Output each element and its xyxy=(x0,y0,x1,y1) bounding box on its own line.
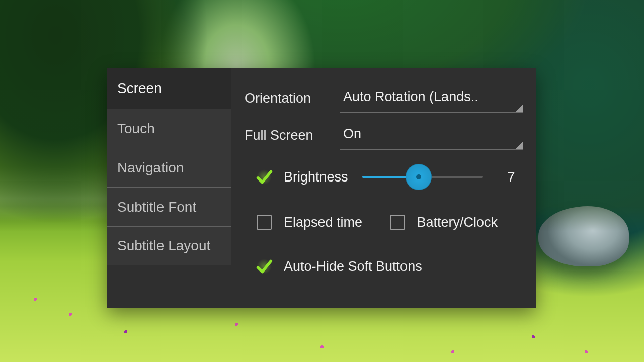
sidebar-item-label: Screen xyxy=(117,80,162,97)
elapsed-checkbox[interactable] xyxy=(257,215,272,230)
sidebar-item-label: Navigation xyxy=(117,160,184,176)
battery-label: Battery/Clock xyxy=(417,215,498,230)
autohide-row: Auto-Hide Soft Buttons xyxy=(245,244,523,289)
elapsed-battery-row: Elapsed time Battery/Clock xyxy=(245,200,523,244)
sidebar-item-screen[interactable]: Screen xyxy=(107,68,231,109)
elapsed-label: Elapsed time xyxy=(284,215,362,230)
autohide-label: Auto-Hide Soft Buttons xyxy=(284,259,422,275)
brightness-row: Brightness 7 xyxy=(245,154,523,200)
orientation-label: Orientation xyxy=(245,90,340,106)
fullscreen-value: On xyxy=(343,126,361,142)
fullscreen-label: Full Screen xyxy=(245,128,340,143)
sidebar-item-label: Subtitle Layout xyxy=(117,238,210,254)
sidebar-item-label: Touch xyxy=(117,121,155,137)
check-icon xyxy=(255,257,274,276)
fullscreen-dropdown[interactable]: On xyxy=(340,121,523,150)
brightness-value: 7 xyxy=(491,169,515,185)
orientation-value: Auto Rotation (Lands.. xyxy=(343,89,478,105)
brightness-label: Brightness xyxy=(284,169,348,185)
autohide-checkbox[interactable] xyxy=(257,259,272,274)
battery-checkbox[interactable] xyxy=(390,215,405,230)
orientation-dropdown[interactable]: Auto Rotation (Lands.. xyxy=(340,83,523,113)
sidebar-item-touch[interactable]: Touch xyxy=(107,109,231,148)
sidebar-item-navigation[interactable]: Navigation xyxy=(107,148,231,187)
settings-panel: Screen Touch Navigation Subtitle Font Su… xyxy=(107,68,536,308)
brightness-checkbox[interactable] xyxy=(257,169,272,185)
sidebar-item-subtitle-layout[interactable]: Subtitle Layout xyxy=(107,226,231,265)
elapsed-pair: Elapsed time xyxy=(257,215,390,230)
brightness-slider-wrap: 7 xyxy=(362,169,523,185)
brightness-slider-thumb[interactable] xyxy=(406,164,432,190)
check-icon xyxy=(255,167,274,187)
settings-sidebar: Screen Touch Navigation Subtitle Font Su… xyxy=(107,68,231,308)
brightness-slider[interactable] xyxy=(362,176,483,178)
battery-pair: Battery/Clock xyxy=(390,215,523,230)
sidebar-item-subtitle-font[interactable]: Subtitle Font xyxy=(107,187,231,226)
sidebar-item-label: Subtitle Font xyxy=(117,199,196,215)
settings-content: Orientation Auto Rotation (Lands.. Full … xyxy=(231,68,536,308)
orientation-row: Orientation Auto Rotation (Lands.. xyxy=(245,79,523,117)
fullscreen-row: Full Screen On xyxy=(245,117,523,154)
